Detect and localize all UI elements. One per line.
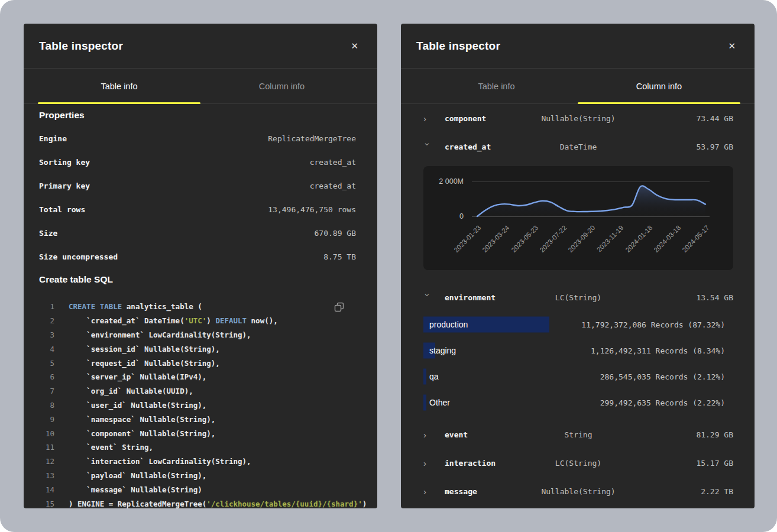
column-type: LC(String)	[555, 293, 601, 302]
column-name: interaction	[445, 459, 496, 468]
line-number: 10	[39, 429, 54, 438]
value-bar	[423, 395, 426, 411]
property-row: Sorting keycreated_at	[39, 150, 356, 174]
table-inspector-dialog-right: Table inspector ✕ Table info Column info…	[401, 24, 755, 508]
value-row-staging: staging1,126,492,311 Records (8.34%)	[423, 338, 733, 364]
line-number: 5	[39, 359, 54, 368]
close-button[interactable]: ✕	[726, 39, 738, 53]
sql-code-text: `interaction` LowCardinality(String),	[69, 457, 251, 466]
column-type: Nullable(String)	[541, 487, 615, 496]
sql-code-line: 9 `namespace` Nullable(String),	[39, 412, 356, 426]
column-row-environment[interactable]: ›environmentLC(String)13.54 GB	[423, 283, 733, 312]
sql-code-text: `created_at` DateTime('UTC') DEFAULT now…	[69, 316, 278, 325]
column-row-event[interactable]: ›eventString81.29 GB	[423, 420, 733, 449]
close-icon: ✕	[351, 41, 358, 51]
sql-code-line: 7 `org_id` Nullable(UUID),	[39, 384, 356, 398]
tab-column-info[interactable]: Column info	[578, 69, 740, 103]
tab-bar: Table info Column info	[24, 69, 377, 104]
chevron-right-icon: ›	[423, 114, 433, 123]
property-row: EngineReplicatedMergeTree	[39, 126, 356, 150]
tab-table-info[interactable]: Table info	[415, 69, 578, 103]
sql-code-text: `request_id` Nullable(String),	[69, 359, 220, 368]
sql-code-line: 8 `user_id` Nullable(String),	[39, 398, 356, 413]
area-line-series	[472, 171, 710, 228]
column-row-message[interactable]: ›messageNullable(String)2.22 TB	[423, 477, 733, 505]
column-name: component	[445, 114, 486, 123]
line-number: 7	[39, 387, 54, 395]
line-number: 6	[39, 372, 54, 381]
line-number: 9	[39, 415, 54, 424]
property-label: Engine	[39, 134, 67, 143]
property-value: created_at	[310, 181, 356, 190]
property-value: 8.75 TB	[323, 252, 356, 261]
table-info-body: Properties EngineReplicatedMergeTreeSort…	[24, 109, 377, 508]
close-button[interactable]: ✕	[348, 39, 361, 53]
column-row-created_at[interactable]: ›created_atDateTime53.97 GB	[423, 132, 733, 161]
sql-code-text: `namespace` Nullable(String),	[69, 415, 215, 424]
y-axis-label-max: 2 000M	[423, 177, 464, 186]
properties-list: EngineReplicatedMergeTreeSorting keycrea…	[39, 126, 356, 268]
column-type: Nullable(String)	[541, 114, 615, 123]
dialog-header: Table inspector ✕	[401, 24, 755, 69]
property-label: Size uncompressed	[39, 252, 118, 261]
column-info-body: ›componentNullable(String)73.44 GB›creat…	[401, 104, 755, 505]
column-size: 2.22 TB	[701, 487, 733, 496]
sql-code-text: `session_id` Nullable(String),	[69, 345, 220, 353]
property-row: Size uncompressed8.75 TB	[39, 245, 356, 268]
sql-code-text: `environment` LowCardinality(String),	[69, 330, 251, 339]
properties-heading: Properties	[39, 109, 356, 121]
line-number: 4	[39, 345, 54, 353]
tab-label: Column info	[259, 82, 305, 91]
copy-sql-button[interactable]	[333, 301, 345, 315]
property-value: ReplicatedMergeTree	[268, 134, 356, 143]
column-size: 53.97 GB	[696, 142, 733, 151]
value-row-production: production11,792,372,086 Records (87.32%…	[423, 312, 733, 338]
property-label: Sorting key	[39, 158, 90, 167]
value-row-qa: qa286,545,035 Records (2.12%)	[423, 364, 733, 390]
value-label: Other	[429, 398, 450, 407]
sql-code-text: `payload` Nullable(String),	[69, 471, 206, 480]
sql-code-line: 6 `server_ip` Nullable(IPv4),	[39, 370, 356, 384]
sql-code-line: 1CREATE TABLE analytics_table (	[39, 300, 356, 314]
property-value: 13,496,476,750 rows	[268, 205, 356, 214]
property-value: 670.89 GB	[315, 229, 356, 238]
tab-table-info[interactable]: Table info	[38, 69, 200, 103]
sql-code-text: `org_id` Nullable(UUID),	[69, 387, 193, 395]
chevron-right-icon: ›	[423, 487, 433, 496]
line-number: 15	[39, 499, 54, 508]
value-records: 1,126,492,311 Records (8.34%)	[591, 346, 725, 355]
column-name: environment	[445, 293, 496, 302]
line-number: 2	[39, 316, 54, 325]
sql-code-line: 10 `component` Nullable(String),	[39, 426, 356, 440]
sql-code-text: `message` Nullable(String)	[69, 485, 202, 494]
line-number: 1	[39, 302, 54, 311]
sql-code-text: ) ENGINE = ReplicatedMergeTree('/clickho…	[69, 499, 367, 508]
property-value: created_at	[310, 158, 356, 167]
column-type: DateTime	[560, 142, 597, 151]
property-label: Total rows	[39, 205, 85, 214]
sql-code-block: 1CREATE TABLE analytics_table (2 `create…	[39, 300, 356, 508]
column-size: 13.54 GB	[696, 293, 733, 302]
tab-column-info[interactable]: Column info	[200, 69, 363, 103]
column-row-interaction[interactable]: ›interactionLC(String)15.17 GB	[423, 449, 733, 477]
column-row-component[interactable]: ›componentNullable(String)73.44 GB	[423, 104, 733, 132]
rows-gap	[423, 416, 733, 420]
sql-code-line: 11 `event` String,	[39, 440, 356, 455]
sql-code-text: `event` String,	[69, 443, 153, 452]
column-size: 81.29 GB	[696, 430, 733, 439]
sql-code-line: 2 `created_at` DateTime('UTC') DEFAULT n…	[39, 314, 356, 328]
line-number: 14	[39, 485, 54, 494]
column-name: created_at	[445, 142, 491, 151]
tab-bar: Table info Column info	[401, 69, 755, 104]
sql-code-line: 12 `interaction` LowCardinality(String),	[39, 455, 356, 469]
value-bar	[423, 369, 426, 385]
chevron-down-icon: ›	[423, 142, 432, 152]
sql-code-line: 4 `session_id` Nullable(String),	[39, 342, 356, 356]
line-number: 13	[39, 471, 54, 480]
column-size: 15.17 GB	[696, 459, 733, 468]
property-row: Primary keycreated_at	[39, 174, 356, 197]
y-axis-label-zero: 0	[423, 212, 464, 220]
tab-label: Column info	[636, 82, 682, 91]
sql-code-line: 15) ENGINE = ReplicatedMergeTree('/click…	[39, 497, 356, 508]
line-number: 12	[39, 457, 54, 466]
